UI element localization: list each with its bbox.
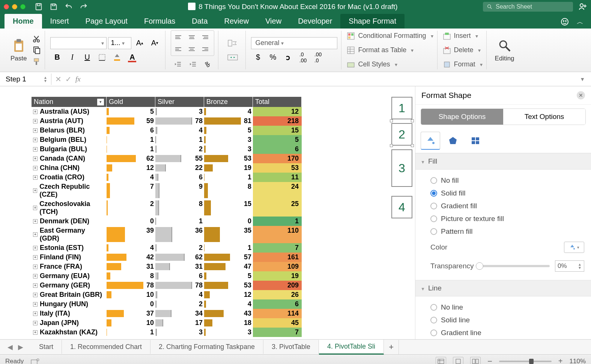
nation-cell[interactable]: +Great Britain (GBR) xyxy=(32,290,107,299)
collapse-ribbon-icon[interactable]: ︿ xyxy=(577,17,583,26)
nation-cell[interactable]: +Finland (FIN) xyxy=(32,253,107,262)
expand-icon[interactable]: + xyxy=(33,206,37,210)
total-cell[interactable]: 24 xyxy=(253,182,302,199)
font-color-button[interactable]: A xyxy=(125,51,139,63)
comma-button[interactable]: ↄ xyxy=(281,51,295,63)
expand-icon[interactable]: + xyxy=(33,119,38,123)
fx-icon[interactable]: fx xyxy=(75,75,81,83)
maximize-window-icon[interactable] xyxy=(20,4,26,9)
prev-sheet-icon[interactable]: ◀ xyxy=(8,343,13,351)
format-cells-button[interactable]: Format xyxy=(443,59,483,70)
page-break-view-icon[interactable] xyxy=(470,357,481,364)
slicer-shape-1[interactable]: 1 xyxy=(391,97,412,119)
nation-cell[interactable]: +Australia (AUS) xyxy=(32,107,107,116)
macro-record-icon[interactable] xyxy=(30,358,39,364)
bronze-cell[interactable]: 53 xyxy=(204,154,253,163)
gradient-line-radio[interactable]: Gradient line xyxy=(430,326,584,339)
bronze-cell[interactable]: 5 xyxy=(204,271,253,281)
sheet-tab-1[interactable]: 1. Recommended Chart xyxy=(62,340,150,354)
bronze-cell[interactable]: 15 xyxy=(204,199,253,217)
zoom-out-icon[interactable]: − xyxy=(487,356,492,364)
total-cell[interactable]: 12 xyxy=(253,107,302,116)
transparency-slider[interactable] xyxy=(477,265,550,267)
number-format-dropdown[interactable]: General xyxy=(251,37,337,49)
gold-cell[interactable]: 7 xyxy=(107,182,155,199)
align-center[interactable] xyxy=(185,44,198,55)
sheet-tab-4[interactable]: 4. PivotTable Sli xyxy=(319,340,384,355)
increase-decimal-button[interactable]: .0.00 xyxy=(296,51,310,63)
conditional-formatting-button[interactable]: Conditional Formatting xyxy=(347,30,433,42)
add-sheet-button[interactable]: + xyxy=(384,340,399,354)
silver-cell[interactable]: 22 xyxy=(155,163,204,173)
gold-cell[interactable]: 39 xyxy=(107,226,155,243)
silver-cell[interactable]: 8 xyxy=(155,199,204,217)
no-fill-radio[interactable]: No fill xyxy=(430,174,584,187)
zoom-in-icon[interactable]: + xyxy=(558,357,563,364)
bronze-cell[interactable]: 3 xyxy=(204,328,253,337)
save-icon[interactable] xyxy=(35,3,43,11)
font-family-dropdown[interactable] xyxy=(50,37,107,49)
line-section-header[interactable]: Line xyxy=(415,280,591,296)
worksheet-area[interactable]: Nation▾ Gold Silver Bronze Total +Austra… xyxy=(0,86,389,339)
close-panel-icon[interactable]: ✕ xyxy=(577,91,585,99)
bronze-cell[interactable]: 4 xyxy=(204,299,253,309)
search-input[interactable] xyxy=(496,3,569,10)
gold-cell[interactable]: 1 xyxy=(107,135,155,144)
search-box[interactable] xyxy=(483,2,573,12)
cancel-formula-icon[interactable]: ✕ xyxy=(55,75,62,84)
nation-cell[interactable]: +Hungary (HUN) xyxy=(32,299,107,309)
share-icon[interactable] xyxy=(578,2,587,11)
silver-cell[interactable]: 31 xyxy=(155,262,204,271)
bronze-cell[interactable]: 47 xyxy=(204,262,253,271)
bronze-cell[interactable]: 43 xyxy=(204,309,253,318)
zoom-value[interactable]: 110% xyxy=(570,358,586,364)
tab-shape-format[interactable]: Shape Format xyxy=(340,14,405,29)
sheet-tab-2[interactable]: 2. Charting Formating Taskpane xyxy=(150,340,263,354)
solid-line-radio[interactable]: Solid line xyxy=(430,314,584,326)
picture-fill-radio[interactable]: Picture or texture fill xyxy=(430,212,584,225)
name-box[interactable]: Step 1 xyxy=(2,74,40,85)
slicer-shape-2[interactable]: 2 xyxy=(391,123,412,146)
silver-cell[interactable]: 34 xyxy=(155,309,204,318)
insert-cells-button[interactable]: Insert xyxy=(443,30,483,42)
nation-cell[interactable]: +Germany (GER) xyxy=(32,281,107,290)
silver-cell[interactable]: 1 xyxy=(155,217,204,226)
expand-icon[interactable]: + xyxy=(33,138,38,142)
accept-formula-icon[interactable]: ✓ xyxy=(65,75,72,84)
fill-color-picker[interactable]: ▾ xyxy=(564,242,584,253)
bronze-cell[interactable]: 81 xyxy=(204,116,253,126)
smiley-icon[interactable] xyxy=(560,17,569,26)
tab-developer[interactable]: Developer xyxy=(290,14,340,29)
expand-icon[interactable]: + xyxy=(33,321,38,325)
bronze-cell[interactable]: 4 xyxy=(204,107,253,116)
align-right[interactable] xyxy=(199,44,212,55)
total-cell[interactable]: 7 xyxy=(253,328,302,337)
expand-icon[interactable]: + xyxy=(33,330,38,335)
silver-cell[interactable]: 4 xyxy=(155,290,204,299)
gold-cell[interactable]: 59 xyxy=(107,116,155,126)
page-layout-view-icon[interactable] xyxy=(453,357,463,364)
bronze-cell[interactable]: 0 xyxy=(204,217,253,226)
silver-cell[interactable]: 3 xyxy=(155,328,204,337)
underline-button[interactable]: U xyxy=(80,51,94,63)
gold-cell[interactable]: 62 xyxy=(107,154,155,163)
undo-icon[interactable] xyxy=(65,3,73,11)
save-disk-icon[interactable] xyxy=(50,3,58,11)
next-sheet-icon[interactable]: ▶ xyxy=(18,343,23,351)
tab-review[interactable]: Review xyxy=(216,14,257,29)
silver-cell[interactable]: 62 xyxy=(155,253,204,262)
nation-cell[interactable]: +Kazakhstan (KAZ) xyxy=(32,328,107,337)
currency-button[interactable]: $ xyxy=(251,51,265,63)
total-cell[interactable]: 110 xyxy=(253,226,302,243)
redo-icon[interactable] xyxy=(80,3,88,11)
expand-icon[interactable]: + xyxy=(33,311,38,316)
bronze-cell[interactable]: 3 xyxy=(204,135,253,144)
expand-icon[interactable]: + xyxy=(33,147,38,152)
expand-icon[interactable]: + xyxy=(33,255,38,260)
border-button[interactable] xyxy=(95,51,109,63)
copy-icon[interactable] xyxy=(32,46,41,55)
wrap-text-button[interactable] xyxy=(224,37,242,49)
total-cell[interactable]: 161 xyxy=(253,253,302,262)
effects-tab-icon[interactable] xyxy=(443,132,463,150)
silver-cell[interactable]: 17 xyxy=(155,318,204,328)
